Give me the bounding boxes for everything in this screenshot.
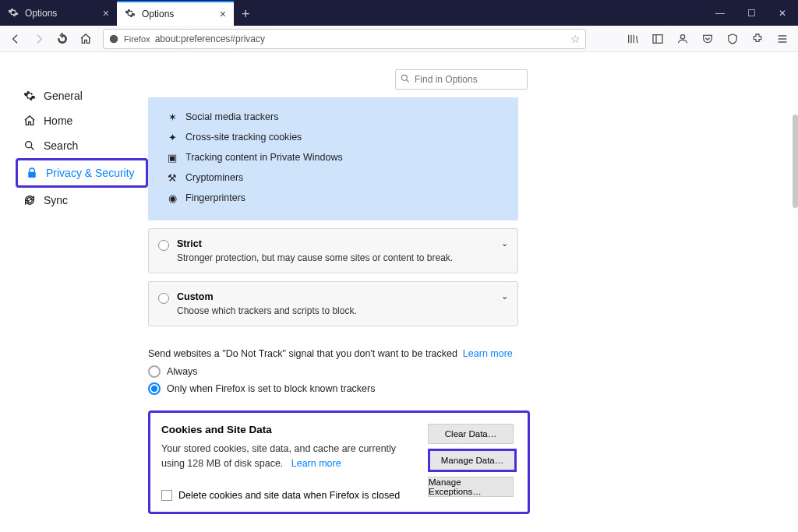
library-icon[interactable] [622, 28, 644, 50]
pocket-icon[interactable] [697, 28, 719, 50]
sidebar-icon[interactable] [647, 28, 669, 50]
radio-label: Always [167, 366, 198, 377]
svg-point-0 [110, 34, 118, 43]
identity-label: Firefox [124, 34, 150, 44]
maximize-button[interactable]: ☐ [736, 1, 767, 26]
sidebar-item-sync[interactable]: Sync [16, 188, 148, 213]
firefox-icon [108, 33, 119, 44]
checkbox-icon[interactable] [161, 490, 172, 501]
tracking-label: Cross-site tracking cookies [185, 132, 302, 143]
reload-button[interactable] [51, 28, 73, 50]
dnt-option-always[interactable]: Always [148, 365, 518, 378]
minimize-button[interactable]: — [704, 1, 736, 26]
home-icon [23, 115, 36, 127]
addons-icon[interactable] [747, 28, 768, 50]
tracking-label: Fingerprinters [185, 192, 245, 203]
tracking-item: ▣Tracking content in Private Windows [167, 147, 500, 167]
forward-button[interactable] [28, 28, 50, 50]
gear-icon [23, 90, 36, 102]
tracking-content-icon: ▣ [167, 152, 178, 163]
manage-data-button[interactable]: Manage Data… [428, 449, 517, 472]
bookmark-star-icon[interactable]: ☆ [570, 33, 581, 45]
window-controls: — ☐ ✕ [704, 1, 798, 26]
tracking-label: Tracking content in Private Windows [185, 152, 343, 163]
fingerprint-icon: ◉ [167, 192, 178, 203]
radio-icon[interactable] [158, 293, 169, 304]
content-area: General Home Search Privacy & Security S… [0, 52, 798, 532]
sidebar-item-label: Search [44, 139, 78, 152]
sidebar-item-general[interactable]: General [16, 83, 148, 108]
do-not-track-section: Send websites a "Do Not Track" signal th… [148, 348, 518, 395]
radio-icon[interactable] [158, 240, 169, 251]
dnt-option-known[interactable]: Only when Firefox is set to block known … [148, 382, 518, 395]
tab-label: Options [142, 9, 174, 19]
svg-point-2 [680, 34, 684, 38]
checkbox-label: Delete cookies and site data when Firefo… [178, 490, 400, 501]
scrollbar-thumb[interactable] [793, 115, 798, 208]
preferences-main: ✶Social media trackers ✦Cross-site track… [148, 52, 798, 532]
sidebar-item-label: Privacy & Security [46, 167, 135, 179]
svg-point-3 [26, 142, 32, 148]
learn-more-link[interactable]: Learn more [291, 458, 341, 469]
delete-on-close-checkbox[interactable]: Delete cookies and site data when Firefo… [161, 490, 420, 501]
home-button[interactable] [75, 28, 97, 50]
account-icon[interactable] [672, 28, 694, 50]
radio-checked-icon[interactable] [148, 382, 161, 395]
menu-button[interactable] [772, 28, 793, 50]
chevron-down-icon: ⌄ [501, 238, 508, 248]
radio-icon[interactable] [148, 365, 161, 378]
card-desc: Stronger protection, but may cause some … [177, 252, 505, 263]
sidebar-item-label: Home [44, 115, 72, 127]
lock-icon [26, 167, 38, 179]
back-button[interactable] [5, 28, 26, 50]
tab-options-1[interactable]: Options × [0, 1, 117, 26]
close-icon[interactable]: × [103, 7, 109, 19]
tracking-item: ✶Social media trackers [167, 107, 500, 127]
learn-more-link[interactable]: Learn more [463, 348, 513, 359]
tracking-label: Social media trackers [185, 111, 279, 122]
nav-toolbar: Firefox about:preferences#privacy ☆ [0, 26, 798, 52]
gear-icon [125, 8, 136, 21]
radio-label: Only when Firefox is set to block known … [167, 383, 375, 394]
url-text: about:preferences#privacy [155, 33, 265, 44]
sidebar-item-label: Sync [44, 194, 68, 206]
close-window-button[interactable]: ✕ [767, 1, 798, 26]
tracking-item: ◉Fingerprinters [167, 188, 500, 208]
sidebar-item-home[interactable]: Home [16, 108, 148, 133]
gear-icon [8, 7, 19, 20]
card-title: Custom [177, 291, 505, 302]
chevron-down-icon: ⌄ [501, 291, 508, 301]
sidebar-item-search[interactable]: Search [16, 133, 148, 158]
search-icon [23, 139, 36, 152]
close-icon[interactable]: × [220, 8, 226, 20]
tracking-standard-panel: ✶Social media trackers ✦Cross-site track… [148, 97, 518, 220]
sidebar-item-label: General [44, 90, 83, 102]
cookies-desc: Your stored cookies, site data, and cach… [161, 443, 396, 469]
preferences-sidebar: General Home Search Privacy & Security S… [0, 52, 148, 532]
manage-exceptions-button[interactable]: Manage Exceptions… [428, 477, 514, 497]
tab-label: Options [25, 8, 57, 19]
tracking-label: Cryptominers [185, 172, 243, 183]
dnt-intro-text: Send websites a "Do Not Track" signal th… [148, 348, 457, 359]
section-heading: Cookies and Site Data [161, 424, 420, 435]
tab-options-2[interactable]: Options × [117, 1, 234, 26]
shield-icon[interactable] [722, 28, 743, 50]
tracking-item: ✦Cross-site tracking cookies [167, 127, 500, 147]
cryptominer-icon: ⚒ [167, 172, 178, 183]
cookies-section: Cookies and Site Data Your stored cookie… [148, 410, 530, 514]
url-bar[interactable]: Firefox about:preferences#privacy ☆ [103, 29, 586, 49]
social-trackers-icon: ✶ [167, 111, 178, 122]
sync-icon [23, 194, 36, 206]
cookie-icon: ✦ [167, 132, 178, 143]
protection-level-strict[interactable]: Strict Stronger protection, but may caus… [148, 228, 518, 273]
protection-level-custom[interactable]: Custom Choose which trackers and scripts… [148, 281, 518, 326]
new-tab-button[interactable]: + [234, 3, 258, 26]
search-input[interactable] [395, 69, 528, 90]
sidebar-item-privacy[interactable]: Privacy & Security [18, 160, 146, 185]
titlebar: Options × Options × + — ☐ ✕ [0, 0, 798, 26]
svg-rect-1 [653, 34, 662, 43]
clear-data-button[interactable]: Clear Data… [428, 424, 514, 444]
card-desc: Choose which trackers and scripts to blo… [177, 305, 505, 316]
tracking-item: ⚒Cryptominers [167, 167, 500, 188]
card-title: Strict [177, 238, 505, 249]
